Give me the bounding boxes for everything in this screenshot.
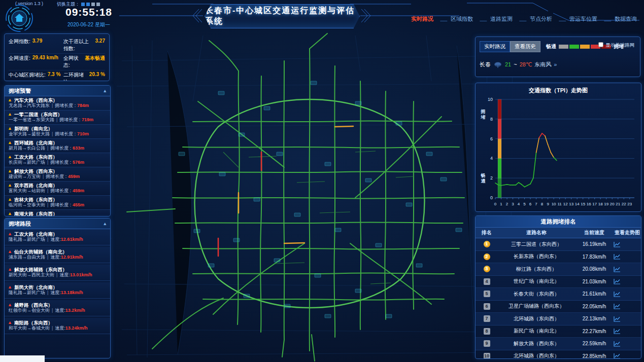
nav-separator [476,17,487,21]
congested-item[interactable]: ▲越野路（西向东）红领巾街→创业大街|速度:13.2km/h [5,300,110,316]
warning-list[interactable]: ▲汽车大路（西向东）无名路→汽车大路东|拥堵长度 : 784m▲一零二国道（东向… [5,96,110,216]
nav-separator [436,17,448,21]
nav-item-region-index[interactable]: 区域指数 [449,15,475,23]
warning-road: 吉林大路（东向西） [14,197,58,202]
nav-item-node-analysis[interactable]: 节点分析 [528,15,554,23]
warning-item[interactable]: ▲解放大路（西向东）建设街→万宝街|拥堵长度 : 459m [5,167,110,182]
warning-road: 双丰西路（北向南） [14,183,58,188]
trend-chart-icon[interactable] [614,254,621,260]
svg-text:21: 21 [616,202,620,206]
nav-item-data-query[interactable]: 数据查询 [613,15,639,23]
map-controls-panel: 实时路况 查看历史 畅通 拥堵 显示基础路网 长春 21 [475,37,640,77]
svg-text:9: 9 [547,202,549,206]
base-roadnet-toggle[interactable]: 显示基础路网 [598,42,636,48]
warning-item[interactable]: ▲新明街（南向北）金宇大路→盛世大路|拥堵长度 : 710m [5,125,110,139]
road-ranking-panel: 道路拥堵排名 排名 道路名称 当前速度 查看走势图 1三零二国道（东向西）16.… [475,215,641,359]
congested-item[interactable]: ▲新民大街（北向南）隆礼路→新民广场|速度:13.18km/h [5,282,110,299]
rank-badge: 5 [484,291,490,297]
svg-text:0: 0 [490,195,493,200]
congested-road: 南阳路（东向西） [14,320,53,325]
congested-speed: 13.18km/h [61,290,83,295]
stat-value: 基本畅通 [85,55,105,62]
congested-item[interactable]: ▲解放大路辅路（东向西）新民大街→西民主大街|速度:13.01km/h [5,265,110,281]
warning-item[interactable]: ▲吉林大路（东向西）临河街→空泰大街|拥堵长度 : 455m [5,196,110,210]
congested-route: 隆礼路→新民广场 [9,237,45,242]
rank-badge: 2 [484,254,490,260]
warning-triangle-icon: ▲ [8,154,12,160]
congested-road: 越野路（西向东） [14,302,53,308]
warning-item[interactable]: ▲一零二国道（东向西）一零一省道→东荣大路|拥堵长度 : 719m [5,111,110,125]
svg-text:14: 14 [575,202,580,206]
warning-road: 解放大路（西向东） [14,168,58,174]
theme-swatch-icon[interactable] [96,3,100,6]
congestion-triangle-icon: ▲ [8,267,12,272]
collapse-icon[interactable]: ▴ [104,221,106,226]
trend-chart-icon[interactable] [614,341,621,347]
warning-item[interactable]: ▲双丰西路（北向南）富民大街→站前街|拥堵长度 : 459m [5,182,110,196]
legend-color-swatch [559,45,568,49]
table-row: 5长春大街（东向西）21.61km/h [476,288,641,301]
trend-chart-icon[interactable] [614,278,621,284]
warning-route: 新月路→长白公路 [9,146,45,151]
warning-item[interactable]: ▲西环城路（北向南）新月路→长白公路|拥堵长度 : 633m [5,139,110,153]
theme-swatch-icon[interactable] [91,3,95,6]
tpi-trend-chart[interactable]: 0246810012345678910111213141516171819202… [477,95,639,208]
realtime-traffic-button[interactable]: 实时路况 [480,41,510,52]
view-history-button[interactable]: 查看历史 [510,41,540,52]
svg-text:7: 7 [535,202,537,206]
theme-swatch-icon[interactable] [81,3,85,6]
trend-chart-icon[interactable] [614,316,621,322]
congested-speed: 13.24km/h [65,325,88,331]
rank-badge: 6 [484,303,490,310]
congested-item[interactable]: ▲南阳路（东向西）和平大街→春城大街|速度:13.24km/h [5,318,110,334]
theme-swatch-icon[interactable] [86,3,90,6]
current-speed: 22.85km/h [575,353,614,359]
trend-chart-icon[interactable] [614,328,621,334]
trend-chart-icon[interactable] [614,266,621,272]
stat-label: 次干道以上指数: [63,38,93,52]
warning-road: 南湖大路（东向西） [14,211,58,216]
trend-chart-icon[interactable] [614,291,621,297]
stat-label: 中心城区拥堵比: [9,71,46,79]
trend-chart-icon[interactable] [614,303,621,309]
warning-item[interactable]: ▲南湖大路（东向西）南湖新村中街→南湖广场|拥堵长度 : 453m [5,210,110,216]
nav-item-road-monitor[interactable]: 道路监测 [488,15,515,23]
rank-badge: 7 [484,315,490,322]
warning-item[interactable]: ▲汽车大路（西向东）无名路→汽车大路东|拥堵长度 : 784m [5,96,110,111]
current-speed: 21.61km/h [575,291,614,297]
weather-more-link[interactable]: » [554,61,557,67]
home-logo-icon[interactable] [5,4,33,32]
svg-text:拥: 拥 [481,109,486,114]
trend-chart-icon[interactable] [614,353,621,359]
base-roadnet-checkbox[interactable] [598,42,603,47]
current-speed: 22.05km/h [575,304,614,309]
temp-high: 28℃ [520,61,532,68]
congested-speed: 12.61km/h [61,237,83,242]
svg-text:12: 12 [563,202,568,206]
warning-triangle-icon: ▲ [8,140,12,146]
page-title: 长春市-中心城区交通运行监测与评估系统 [205,6,359,27]
svg-text:2: 2 [490,175,493,180]
warning-route: 无名路→汽车大路东 [9,103,50,108]
collapse-icon[interactable]: ▴ [104,88,106,93]
stat-value: 3.79 [32,38,42,44]
dashboard-root: ( version 1.3 ) 切换主题： 09:55:18 2020-06-2… [0,0,644,362]
congested-item[interactable]: ▲仙台大街辅路（南向北）浦东路→自由大路|速度:12.91km/h [5,247,110,263]
nav-item-realtime[interactable]: 实时路况 [409,15,435,23]
warning-road: 西环城路（北向南） [14,140,58,146]
nav-item-fleet-location[interactable]: 营运车位置 [567,15,599,23]
svg-text:11: 11 [557,202,562,206]
svg-text:20: 20 [610,202,615,206]
congested-item[interactable]: ▲工农大路（北向南）隆礼路→新民广场|速度:12.61km/h [5,229,110,245]
congested-list[interactable]: ▲工农大路（北向南）隆礼路→新民广场|速度:12.61km/h▲仙台大街辅路（南… [5,229,110,358]
current-speed: 17.83km/h [575,254,614,260]
ranking-body: 1三零二国道（东向西）16.19km/h2长新东路（西向东）17.83km/h3… [476,238,641,359]
warning-length: 719m [82,117,93,122]
congested-route: 新民大街→西民主大街 [9,272,54,277]
legend-color-swatch [580,45,590,49]
trend-chart-icon[interactable] [614,241,621,247]
warning-item[interactable]: ▲工农大路（东向西）长庆街→新民广场|拥堵长度 : 576m [5,153,110,167]
warning-triangle-icon: ▲ [8,197,12,202]
svg-text:8: 8 [541,202,544,206]
congestion-triangle-icon: ▲ [8,302,12,308]
